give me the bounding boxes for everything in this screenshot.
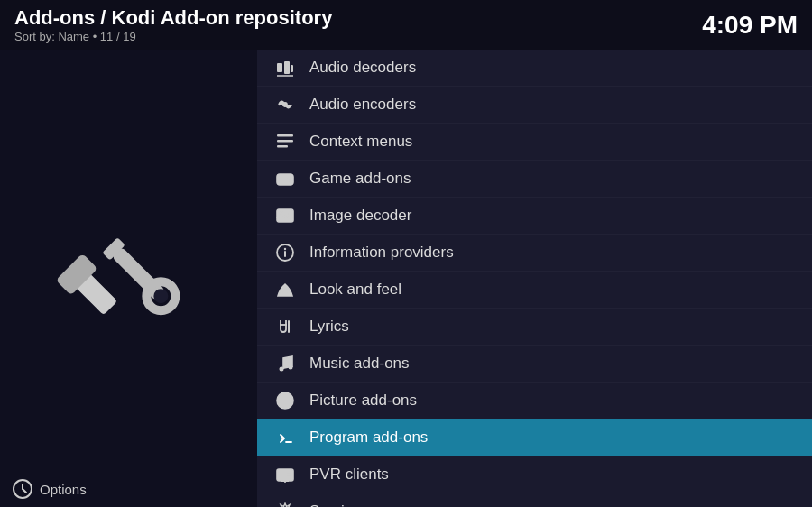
svg-point-18 bbox=[288, 178, 290, 180]
menu-item-program-add-ons[interactable]: Program add-ons bbox=[257, 419, 812, 456]
addon-icon bbox=[57, 205, 201, 353]
menu-item-information-providers[interactable]: Information providers bbox=[257, 235, 812, 272]
svg-rect-14 bbox=[277, 145, 288, 148]
svg-rect-26 bbox=[288, 320, 290, 333]
audio-encoders-icon bbox=[273, 93, 297, 116]
program-icon bbox=[273, 426, 297, 449]
menu-item-audio-decoders[interactable]: Audio decoders bbox=[257, 50, 812, 87]
menu-item-services[interactable]: Services bbox=[257, 493, 812, 507]
menu-label-music-add-ons: Music add-ons bbox=[309, 355, 410, 373]
page-title: Add-ons / Kodi Add-on repository bbox=[14, 6, 332, 30]
svg-point-24 bbox=[284, 248, 286, 250]
game-addons-icon bbox=[273, 167, 297, 190]
menu-item-game-add-ons[interactable]: Game add-ons bbox=[257, 161, 812, 198]
menu-panel: Audio decodersAudio encodersContext menu… bbox=[257, 50, 812, 507]
options-icon bbox=[13, 479, 32, 499]
menu-item-picture-add-ons[interactable]: Picture add-ons bbox=[257, 383, 812, 419]
menu-label-audio-encoders: Audio encoders bbox=[309, 96, 416, 114]
menu-item-pvr-clients[interactable]: PVR clients bbox=[257, 456, 812, 493]
image-decoder-icon bbox=[273, 204, 297, 227]
menu-label-services: Services bbox=[309, 502, 368, 507]
svg-rect-39 bbox=[280, 472, 284, 475]
svg-rect-13 bbox=[277, 140, 293, 143]
svg-point-27 bbox=[280, 367, 284, 372]
pvr-icon bbox=[273, 463, 297, 486]
svg-point-30 bbox=[277, 392, 293, 409]
menu-label-lyrics: Lyrics bbox=[309, 318, 349, 336]
options-label: Options bbox=[40, 482, 87, 497]
menu-item-music-add-ons[interactable]: Music add-ons bbox=[257, 346, 812, 383]
music-icon bbox=[273, 352, 297, 375]
context-menus-icon bbox=[273, 130, 297, 153]
menu-label-context-menus: Context menus bbox=[309, 133, 412, 151]
look-feel-icon bbox=[273, 278, 297, 301]
svg-point-19 bbox=[287, 180, 289, 181]
menu-label-program-add-ons: Program add-ons bbox=[309, 429, 428, 447]
svg-rect-9 bbox=[291, 65, 293, 72]
menu-label-pvr-clients: PVR clients bbox=[309, 466, 389, 484]
header-left: Add-ons / Kodi Add-on repository Sort by… bbox=[14, 6, 332, 43]
menu-item-image-decoder[interactable]: Image decoder bbox=[257, 198, 812, 235]
menu-label-image-decoder: Image decoder bbox=[309, 207, 411, 225]
menu-item-audio-encoders[interactable]: Audio encoders bbox=[257, 87, 812, 124]
audio-decoders-icon bbox=[273, 56, 297, 79]
sort-info: Sort by: Name • 11 / 19 bbox=[14, 30, 332, 43]
svg-rect-8 bbox=[284, 61, 290, 74]
left-panel: Options bbox=[0, 50, 257, 507]
svg-rect-7 bbox=[277, 63, 282, 72]
svg-point-28 bbox=[289, 365, 293, 370]
services-icon bbox=[273, 500, 297, 507]
picture-icon bbox=[273, 389, 297, 412]
menu-label-information-providers: Information providers bbox=[309, 244, 454, 262]
clock: 4:09 PM bbox=[702, 11, 798, 40]
header: Add-ons / Kodi Add-on repository Sort by… bbox=[0, 0, 812, 50]
menu-item-lyrics[interactable]: Lyrics bbox=[257, 309, 812, 346]
svg-point-11 bbox=[283, 103, 287, 106]
footer[interactable]: Options bbox=[0, 471, 257, 507]
menu-item-look-and-feel[interactable]: Look and feel bbox=[257, 272, 812, 309]
svg-rect-23 bbox=[284, 251, 286, 257]
svg-rect-12 bbox=[277, 134, 293, 137]
lyrics-icon bbox=[273, 315, 297, 338]
info-icon bbox=[273, 241, 297, 264]
svg-rect-36 bbox=[277, 469, 293, 481]
menu-label-look-and-feel: Look and feel bbox=[309, 281, 401, 299]
menu-label-game-add-ons: Game add-ons bbox=[309, 170, 411, 188]
menu-item-context-menus[interactable]: Context menus bbox=[257, 124, 812, 161]
menu-label-picture-add-ons: Picture add-ons bbox=[309, 392, 417, 410]
menu-label-audio-decoders: Audio decoders bbox=[309, 59, 416, 77]
svg-point-21 bbox=[281, 212, 283, 215]
